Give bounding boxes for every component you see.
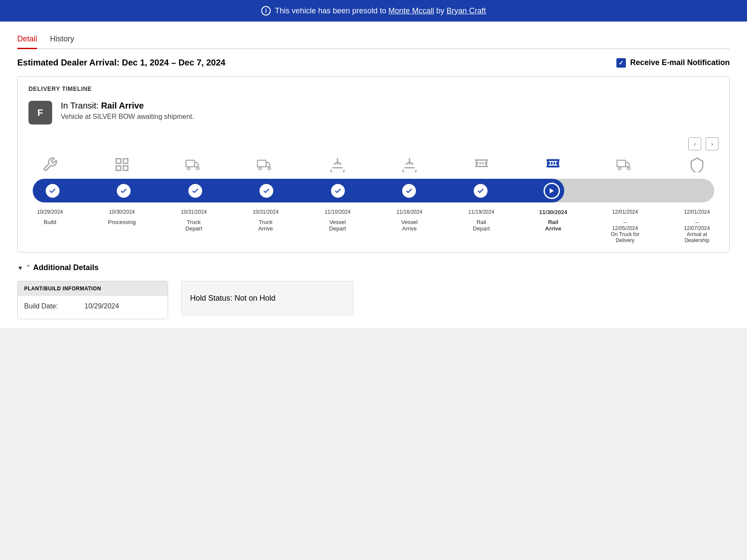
status-row: F In Transit: Rail Arrive Vehicle at SIL…: [28, 101, 719, 124]
info-icon: i: [261, 6, 271, 16]
build-date-row: Build Date: 10/29/2024: [24, 302, 161, 310]
svg-point-5: [187, 167, 190, 170]
svg-point-9: [268, 167, 271, 170]
customer-link[interactable]: Monte Mccall: [388, 6, 434, 15]
hold-status-label: Hold Status: Not on Hold: [190, 294, 275, 303]
build-date-value: 10/29/2024: [84, 302, 119, 310]
date-truck-arrive: 10/31/2024: [248, 209, 283, 215]
step-icon-vessel-arrive: [392, 157, 427, 175]
step-rail-arrive-current: [544, 183, 560, 199]
step-processing: [116, 183, 132, 199]
status-heading: In Transit: Rail Arrive: [61, 101, 194, 111]
tab-detail[interactable]: Detail: [17, 30, 37, 49]
plant-build-body: Build Date: 10/29/2024: [18, 296, 168, 319]
status-icon: F: [28, 101, 52, 124]
triangle-icon: ▼: [17, 264, 23, 271]
chevron-icon: ˅: [27, 264, 30, 271]
step-icon-dealership: [680, 157, 714, 175]
svg-rect-7: [258, 160, 266, 167]
step-icon-build: [33, 157, 67, 175]
label-truck-depart: TruckDepart: [177, 219, 211, 232]
label-vessel-depart: VesselDepart: [320, 219, 355, 232]
status-text: In Transit: Rail Arrive Vehicle at SILVE…: [61, 101, 194, 121]
timeline-icons-row: [28, 157, 719, 175]
plant-build-header: PLANT/BUILD INFORMATION: [18, 281, 168, 296]
step-icon-processing: [105, 157, 139, 175]
timeline-nav: ‹ ›: [28, 137, 719, 150]
label-on-truck: –12/05/2024On Truck for Delivery: [608, 219, 642, 243]
label-build: Build: [33, 219, 67, 225]
email-checkbox[interactable]: ✓: [616, 58, 626, 68]
additional-details-header[interactable]: ▼ ˅ Additional Details: [17, 263, 730, 272]
tab-history[interactable]: History: [50, 30, 74, 49]
build-date-label: Build Date:: [24, 302, 76, 310]
step-icon-rail-arrive: [536, 157, 570, 175]
label-dealership: –12/07/2024Arrival at Dealership: [680, 219, 714, 243]
svg-rect-3: [116, 166, 121, 171]
label-processing: Processing: [105, 219, 139, 225]
step-vessel-depart: [330, 183, 346, 199]
additional-details: ▼ ˅ Additional Details PLANT/BUILD INFOR…: [17, 263, 730, 319]
svg-rect-4: [186, 160, 194, 167]
label-truck-arrive: TruckArrive: [248, 219, 283, 232]
step-dealership: [686, 183, 703, 199]
main-content: Detail History Estimated Dealer Arrival:…: [0, 22, 747, 328]
step-icon-truck-depart: [177, 157, 211, 175]
svg-point-8: [259, 167, 262, 170]
dates-row: 10/29/2024 10/30/2024 10/31/2024 10/31/2…: [28, 209, 719, 215]
salesperson-link[interactable]: Bryan Craft: [447, 6, 486, 15]
timeline-next-btn[interactable]: ›: [706, 137, 719, 150]
label-rail-depart: RailDepart: [464, 219, 499, 232]
tabs-container: Detail History: [17, 30, 730, 49]
step-icon-on-truck: [608, 157, 642, 175]
step-icon-truck-arrive: [248, 157, 283, 175]
date-vessel-depart: 11/10/2024: [320, 209, 355, 215]
svg-rect-0: [116, 159, 121, 164]
hold-status-box: Hold Status: Not on Hold: [181, 281, 353, 315]
label-vessel-arrive: VesselArrive: [392, 219, 427, 232]
banner-message: This vehicle has been presold to Monte M…: [275, 6, 486, 16]
step-on-truck: [615, 183, 631, 199]
plant-build-card: PLANT/BUILD INFORMATION Build Date: 10/2…: [17, 281, 168, 319]
step-icon-vessel-depart: [320, 157, 355, 175]
date-rail-depart: 11/19/2024: [464, 209, 499, 215]
progress-steps: [33, 179, 714, 202]
step-rail-depart: [472, 183, 489, 199]
date-vessel-arrive: 11/16/2024: [392, 209, 427, 215]
timeline-prev-btn[interactable]: ‹: [688, 137, 701, 150]
svg-rect-2: [123, 166, 128, 171]
delivery-timeline-box: DELIVERY TIMELINE F In Transit: Rail Arr…: [17, 76, 730, 252]
step-build: [44, 183, 61, 199]
svg-rect-1: [123, 159, 128, 164]
delivery-timeline-title: DELIVERY TIMELINE: [28, 85, 719, 92]
label-rail-arrive: RailArrive: [536, 219, 570, 232]
step-truck-arrive: [258, 183, 275, 199]
date-rail-arrive: 11/30/2024: [536, 209, 570, 215]
svg-point-6: [196, 167, 199, 170]
email-notification[interactable]: ✓ Receive E-mail Notification: [616, 58, 730, 68]
svg-marker-27: [550, 188, 553, 193]
date-on-truck: 12/01/2024: [608, 209, 642, 215]
step-vessel-arrive: [401, 183, 417, 199]
labels-row: Build Processing TruckDepart TruckArrive…: [28, 219, 719, 243]
date-dealership: 12/01/2024: [680, 209, 714, 215]
svg-point-25: [619, 167, 621, 170]
svg-rect-24: [617, 160, 625, 167]
svg-point-26: [628, 167, 630, 170]
step-truck-depart: [187, 183, 203, 199]
date-build: 10/29/2024: [33, 209, 67, 215]
arrival-row: Estimated Dealer Arrival: Dec 1, 2024 – …: [17, 58, 730, 68]
info-cards-row: PLANT/BUILD INFORMATION Build Date: 10/2…: [17, 281, 730, 319]
date-processing: 10/30/2024: [105, 209, 139, 215]
date-truck-depart: 10/31/2024: [177, 209, 211, 215]
progress-bar: [33, 179, 714, 202]
status-description: Vehicle at SILVER BOW awaiting shipment.: [61, 113, 194, 121]
arrival-text: Estimated Dealer Arrival: Dec 1, 2024 – …: [17, 58, 225, 68]
progress-bar-background: [33, 179, 714, 202]
step-icon-rail-depart: [464, 157, 499, 175]
presold-banner: i This vehicle has been presold to Monte…: [0, 0, 747, 22]
